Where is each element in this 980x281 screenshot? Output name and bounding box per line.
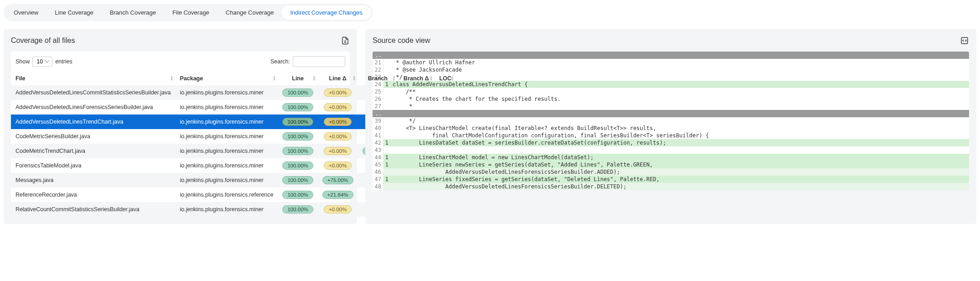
cell-pkg: io.jenkins.plugins.forensics.miner <box>175 114 278 129</box>
cell-lined: +21.84% <box>318 187 358 202</box>
code-line: .. <box>373 110 969 117</box>
cell-lined: +0.00% <box>318 144 358 158</box>
cell-pkg: io.jenkins.plugins.forensics.reference <box>175 187 278 202</box>
code-line: 23 */ <box>373 73 969 81</box>
code-line: 26 * Creates the chart for the specified… <box>373 95 969 103</box>
cell-pkg: io.jenkins.plugins.forensics.miner <box>175 144 278 158</box>
cell-pkg: io.jenkins.plugins.forensics.miner <box>175 158 278 173</box>
tab-file-coverage[interactable]: File Coverage <box>164 5 218 20</box>
code-view: ..21 * @author Ullrich Hafner22 * @see J… <box>373 52 969 190</box>
cell-pkg: io.jenkins.plugins.forensics.miner <box>175 85 278 100</box>
source-panel: Source code view ..21 * @author Ullrich … <box>365 29 976 224</box>
col-line[interactable]: Line Δ▲▼ <box>318 72 358 85</box>
page-size-select[interactable]: 10 <box>32 57 52 67</box>
col-branch[interactable]: Branch▲▼ <box>358 72 398 85</box>
cell-file: Messages.java <box>11 173 175 187</box>
code-line: 27 * <box>373 103 969 110</box>
code-line: 471 LineSeries fixedSeries = getSeries(d… <box>373 176 969 183</box>
col-loc[interactable]: LOC▲▼ <box>435 72 456 85</box>
page-size-control: Show 10 entries <box>16 57 73 67</box>
cell-line: 100.00% <box>278 100 317 114</box>
cell-lined: +0.00% <box>318 202 358 217</box>
cell-lined: +75.00% <box>318 173 358 187</box>
cell-file: AddedVersusDeletedLinesCommitStatisticsS… <box>11 85 175 100</box>
code-line: 421 LinesDataSet dataSet = seriesBuilder… <box>373 139 969 146</box>
code-line: 22 * @see JacksonFacade <box>373 66 969 73</box>
cell-file: RelativeCountCommitStatisticsSeriesBuild… <box>11 202 175 217</box>
tab-change-coverage[interactable]: Change Coverage <box>218 5 282 20</box>
code-line: 40 <T> LinesChartModel create(final Iter… <box>373 125 969 132</box>
cell-pkg: io.jenkins.plugins.forensics.miner <box>175 129 278 144</box>
col-file[interactable]: File▲▼ <box>11 72 175 85</box>
cell-pkg: io.jenkins.plugins.forensics.miner <box>175 100 278 114</box>
code-line: 451 LineSeries newSeries = getSeries(dat… <box>373 161 969 168</box>
cell-lined: +0.00% <box>318 114 358 129</box>
tab-line-coverage[interactable]: Line Coverage <box>47 5 102 20</box>
cell-lined: +0.00% <box>318 158 358 173</box>
code-line: 41 final ChartModelConfiguration configu… <box>373 132 969 139</box>
cell-pkg: io.jenkins.plugins.forensics.miner <box>175 202 278 217</box>
code-line: .. <box>373 52 969 59</box>
export-icon[interactable] <box>341 36 350 45</box>
col-branch[interactable]: Branch Δ▲▼ <box>398 72 435 85</box>
cell-pkg: io.jenkins.plugins.forensics.miner <box>175 173 278 187</box>
col-line[interactable]: Line▲▼ <box>278 72 317 85</box>
coverage-title: Coverage of all files <box>11 36 75 45</box>
cell-file: ForensicsTableModel.java <box>11 158 175 173</box>
cell-line: 100.00% <box>278 187 317 202</box>
cell-line: 100.00% <box>278 158 317 173</box>
tabs: OverviewLine CoverageBranch CoverageFile… <box>4 4 373 21</box>
cell-lined: +0.00% <box>318 85 358 100</box>
cell-file: CodeMetricSeriesBuilder.java <box>11 129 175 144</box>
cell-line: 100.00% <box>278 85 317 100</box>
svg-rect-2 <box>961 37 968 44</box>
cell-line: 100.00% <box>278 202 317 217</box>
code-line: 48 AddedVersusDeletedLinesForensicsSerie… <box>373 183 969 190</box>
code-line: 21 * @author Ullrich Hafner <box>373 59 969 66</box>
cell-line: 100.00% <box>278 129 317 144</box>
code-line: 43 <box>373 146 969 154</box>
cell-lined: +0.00% <box>318 129 358 144</box>
code-line: 46 AddedVersusDeletedLinesForensicsSerie… <box>373 168 969 176</box>
cell-line: 100.00% <box>278 114 317 129</box>
tab-indirect-coverage-changes[interactable]: Indirect Coverage Changes <box>282 5 370 20</box>
search-input[interactable] <box>293 56 345 67</box>
code-icon[interactable] <box>960 36 969 45</box>
cell-line: 100.00% <box>278 144 317 158</box>
cell-file: CodeMetricTrendChart.java <box>11 144 175 158</box>
source-title: Source code view <box>373 36 430 45</box>
cell-file: AddedVersusDeletedLinesTrendChart.java <box>11 114 175 129</box>
tab-overview[interactable]: Overview <box>5 5 47 20</box>
code-line: 39 */ <box>373 117 969 125</box>
code-line: 441 LinesChartModel model = new LinesCha… <box>373 154 969 161</box>
search-control: Search: <box>270 56 345 67</box>
cell-file: ReferenceRecorder.java <box>11 187 175 202</box>
coverage-panel: Coverage of all files Show 10 entries Se… <box>4 29 357 224</box>
cell-lined: +0.00% <box>318 100 358 114</box>
code-line: 241class AddedVersusDeletedLinesTrendCha… <box>373 81 969 88</box>
cell-file: AddedVersusDeletedLinesForensicsSeriesBu… <box>11 100 175 114</box>
code-line: 25 /** <box>373 88 969 95</box>
col-package[interactable]: Package▲▼ <box>175 72 278 85</box>
tab-branch-coverage[interactable]: Branch Coverage <box>102 5 164 20</box>
cell-line: 100.00% <box>278 173 317 187</box>
